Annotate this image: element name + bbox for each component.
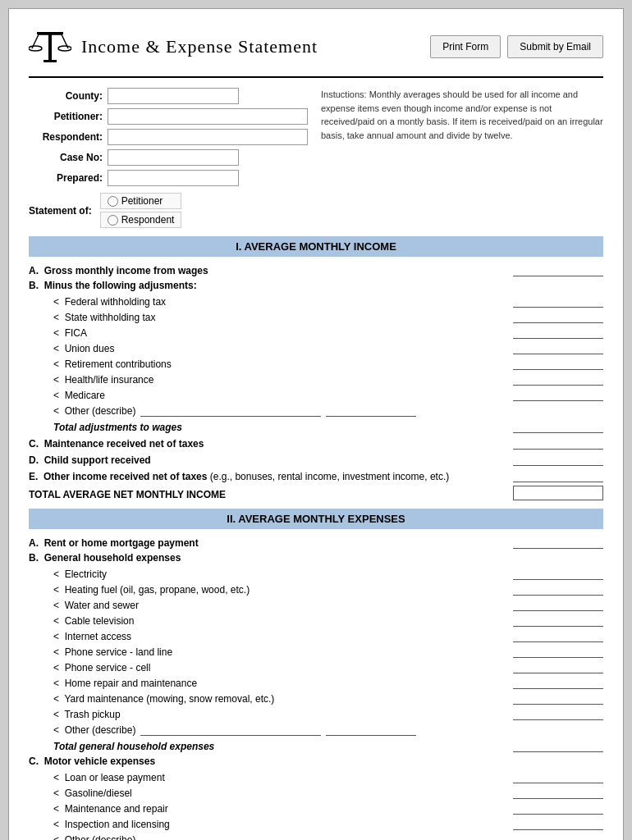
income-b3: < FICA [29,326,603,339]
expense-a-input[interactable] [513,536,603,549]
income-b8-describe[interactable] [140,404,321,417]
expense-c4: < Inspection and licensing [29,817,603,830]
expense-c1: < Loan or lease payment [29,770,603,783]
expense-b-total-input[interactable] [513,739,603,752]
expense-b9: < Yard maintenance (mowing, snow removal… [29,692,603,705]
expense-b-total: Total general household expenses [29,739,603,752]
scales-icon [29,25,71,68]
respondent-input[interactable] [108,129,308,145]
income-b1: < Federal withholding tax [29,294,603,308]
expense-c3: < Maintenance and repair [29,801,603,815]
expense-c3-input[interactable] [513,801,603,815]
expense-b6: < Phone service - land line [29,645,603,658]
expense-b2: < Heating fuel (oil, gas, propane, wood,… [29,582,603,596]
caseno-label: Case No: [29,152,103,163]
income-b2: < State withholding tax [29,310,603,323]
svg-point-3 [29,46,42,51]
statement-row: Statement of: Petitioner Respondent [29,193,308,228]
income-e: E. Other income received net of taxes (e… [29,469,603,482]
respondent-radio-input[interactable] [108,215,118,226]
svg-point-5 [58,46,71,51]
expense-b10: < Trash pickup [29,707,603,720]
expense-b7-input[interactable] [513,660,603,673]
expense-b4: < Cable television [29,614,603,627]
income-b2-input[interactable] [513,310,603,323]
svg-rect-0 [48,32,52,62]
expense-b8-input[interactable] [513,676,603,689]
expense-b6-input[interactable] [513,645,603,658]
svg-rect-6 [44,60,57,62]
income-total-input[interactable] [513,486,603,500]
caseno-input[interactable] [108,149,239,166]
expense-c2-input[interactable] [513,786,603,799]
prepared-input[interactable] [108,170,239,186]
income-b8: < Other (describe) [29,404,603,417]
expense-b1-input[interactable] [513,567,603,580]
expense-c2: < Gasoline/diesel [29,786,603,799]
section1-header: I. AVERAGE MONTHLY INCOME [29,236,603,257]
petitioner-label: Petitioner: [29,111,103,122]
income-total: TOTAL AVERAGE NET MONTHLY INCOME [29,486,603,500]
expense-b3-input[interactable] [513,598,603,611]
income-b4: < Union dues [29,341,603,354]
income-e-input[interactable] [513,469,603,482]
expense-c5-input[interactable] [326,833,416,840]
caseno-row: Case No: [29,149,308,166]
income-b8-input[interactable] [326,404,416,417]
page-title: Income & Expense Statement [81,36,318,57]
expense-b4-input[interactable] [513,614,603,627]
expense-c4-input[interactable] [513,817,603,830]
income-item-a: A. Gross monthly income from wages [29,263,603,276]
section2-body: A. Rent or home mortgage payment B. Gene… [29,536,603,840]
expense-b7: < Phone service - cell [29,660,603,673]
respondent-label: Respondent: [29,131,103,143]
expense-b11-describe[interactable] [140,723,321,736]
respondent-radio[interactable]: Respondent [100,212,182,228]
income-b-header: B. Minus the following adjusments: [29,280,603,291]
income-b-total-input[interactable] [513,420,603,433]
income-b5: < Retirement contributions [29,357,603,370]
expense-b9-input[interactable] [513,692,603,705]
income-d-input[interactable] [513,453,603,466]
expense-b2-input[interactable] [513,582,603,596]
section2-header: II. AVERAGE MONTHLY EXPENSES [29,509,603,529]
expense-b11: < Other (describe) [29,723,603,736]
prepared-label: Prepared: [29,172,103,184]
income-b3-input[interactable] [513,326,603,339]
prepared-row: Prepared: [29,170,308,186]
petitioner-radio-input[interactable] [108,196,118,207]
expense-c5: < Other (describe) [29,833,603,840]
petitioner-row: Petitioner: [29,108,308,125]
expense-b-header: B. General household expenses [29,552,603,564]
statement-label: Statement of: [29,205,92,217]
expense-b11-input[interactable] [326,723,416,736]
print-form-button[interactable]: Print Form [430,35,501,58]
petitioner-radio[interactable]: Petitioner [100,193,182,209]
expense-c1-input[interactable] [513,770,603,783]
expense-c-header: C. Motor vehicle expenses [29,756,603,767]
expense-b5: < Internet access [29,629,603,642]
county-label: County: [29,90,103,102]
expense-c5-describe[interactable] [140,833,321,840]
income-b7-input[interactable] [513,388,603,401]
fields-left: County: Petitioner: Respondent: Case No:… [29,88,308,228]
income-a-label: A. Gross monthly income from wages [29,265,208,276]
income-b6-input[interactable] [513,372,603,386]
income-b1-input[interactable] [513,294,603,308]
income-b5-input[interactable] [513,357,603,370]
submit-email-button[interactable]: Submit by Email [507,35,603,58]
county-input[interactable] [108,88,239,104]
expense-b1: < Electricity [29,567,603,580]
income-b-total: Total adjustments to wages [29,420,603,433]
expense-b10-input[interactable] [513,707,603,720]
income-c-input[interactable] [513,436,603,450]
petitioner-input[interactable] [108,108,308,125]
income-d: D. Child support received [29,453,603,466]
expense-b5-input[interactable] [513,629,603,642]
income-a-input[interactable] [513,263,603,276]
income-c: C. Maintenance received net of taxes [29,436,603,450]
top-section: County: Petitioner: Respondent: Case No:… [29,88,603,228]
expense-b8: < Home repair and maintenance [29,676,603,689]
income-b4-input[interactable] [513,341,603,354]
instructions-text: Instuctions: Monthly averages should be … [321,88,603,228]
